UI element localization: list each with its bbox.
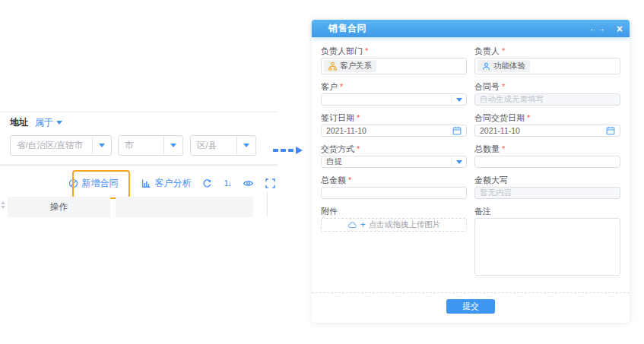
submit-button[interactable]: 提交 bbox=[446, 299, 495, 314]
fullscreen-icon[interactable] bbox=[265, 178, 275, 188]
total-amount-input[interactable] bbox=[326, 188, 462, 198]
contract-form: 负责人部门 * 客户关系 负责人 * bbox=[312, 37, 630, 276]
owner-tag-label: 功能体验 bbox=[493, 61, 525, 71]
eye-icon[interactable] bbox=[243, 178, 254, 188]
customer-label: 客户 bbox=[321, 82, 338, 91]
resize-horizontal-icon[interactable]: ←→ bbox=[589, 24, 606, 33]
total-quantity-field bbox=[474, 156, 620, 168]
delivery-date-value: 2021-11-10 bbox=[480, 126, 520, 135]
owner-label: 负责人 bbox=[474, 46, 500, 55]
divider bbox=[129, 178, 130, 188]
required-mark: * bbox=[348, 175, 351, 185]
field-amount-in-words: 金额大写 暂无内容 bbox=[474, 175, 620, 199]
contract-no-label: 合同号 bbox=[474, 82, 500, 91]
divider bbox=[0, 164, 278, 166]
delivery-method-select[interactable]: 自提 bbox=[321, 156, 467, 168]
modal-footer: 提交 bbox=[312, 293, 630, 323]
city-select[interactable]: 市 bbox=[118, 135, 183, 156]
refresh-icon[interactable] bbox=[202, 178, 212, 188]
field-contract-no: 合同号 * 自动生成无需填写 bbox=[474, 82, 620, 106]
chevron-down-icon bbox=[451, 94, 466, 105]
modal-header: 销售合同 ←→ × bbox=[312, 20, 630, 37]
field-department: 负责人部门 * 客户关系 bbox=[321, 46, 467, 74]
operation-column-label: 操作 bbox=[50, 200, 68, 213]
add-contract-label: 新增合同 bbox=[81, 177, 118, 190]
province-select-placeholder: 省/自治区/直辖市 bbox=[11, 140, 92, 151]
total-quantity-input[interactable] bbox=[480, 156, 615, 167]
customer-analysis-button[interactable]: 客户分析 bbox=[141, 177, 191, 190]
close-icon[interactable]: × bbox=[617, 24, 623, 34]
delivery-method-value: 自提 bbox=[322, 156, 451, 167]
sign-date-input[interactable]: 2021-11-10 bbox=[321, 125, 467, 137]
chevron-down-icon bbox=[451, 156, 466, 167]
remark-label: 备注 bbox=[474, 207, 491, 216]
delivery-method-label: 交货方式 bbox=[321, 144, 354, 153]
delivery-date-input[interactable]: 2021-11-10 bbox=[474, 125, 620, 137]
field-owner: 负责人 * 功能体验 bbox=[474, 46, 620, 74]
flow-arrow-icon bbox=[273, 147, 303, 154]
modal-title: 销售合同 bbox=[328, 22, 589, 35]
department-tag-label: 客户关系 bbox=[340, 61, 372, 71]
chevron-down-icon bbox=[163, 136, 182, 155]
owner-input[interactable]: 功能体验 bbox=[474, 58, 620, 74]
field-delivery-date: 合同交货日期 * 2021-11-10 bbox=[474, 113, 620, 137]
sales-contract-modal: 销售合同 ←→ × 负责人部门 * 客户关系 bbox=[312, 20, 630, 323]
cloud-upload-icon bbox=[347, 221, 357, 229]
calendar-icon bbox=[606, 126, 615, 135]
required-mark: * bbox=[502, 82, 505, 91]
add-contract-button[interactable]: 新增合同 bbox=[68, 177, 118, 190]
list-toolbar: 新增合同 客户分析 1↓ bbox=[0, 174, 275, 192]
field-delivery-method: 交货方式 * 自提 bbox=[321, 144, 467, 168]
province-select[interactable]: 省/自治区/直辖市 bbox=[10, 135, 112, 156]
customer-analysis-label: 客户分析 bbox=[154, 177, 191, 190]
required-mark: * bbox=[527, 113, 530, 122]
required-mark: * bbox=[502, 46, 505, 55]
customer-select[interactable] bbox=[321, 93, 467, 106]
amount-in-words-input: 暂无内容 bbox=[474, 187, 620, 199]
upload-hint-text: 点击或拖拽上传图片 bbox=[369, 219, 441, 230]
customer-list-panel: 地址 属于 省/自治区/直辖市 市 区/县 bbox=[0, 0, 304, 243]
upload-dropzone[interactable]: + 点击或拖拽上传图片 bbox=[321, 218, 467, 232]
district-select[interactable]: 区/县 bbox=[190, 135, 256, 156]
city-select-placeholder: 市 bbox=[119, 140, 163, 151]
sign-date-value: 2021-11-10 bbox=[326, 126, 366, 135]
field-total-amount: 总金额 * bbox=[321, 175, 467, 199]
required-mark: * bbox=[365, 46, 368, 55]
required-mark: * bbox=[357, 113, 360, 122]
department-input[interactable]: 客户关系 bbox=[321, 58, 467, 74]
chevron-down-icon bbox=[56, 121, 62, 125]
remark-textarea[interactable] bbox=[474, 218, 620, 276]
total-amount-label: 总金额 bbox=[321, 175, 346, 185]
required-mark: * bbox=[340, 82, 343, 91]
org-chart-icon bbox=[328, 62, 337, 71]
field-attachment: 附件 + 点击或拖拽上传图片 bbox=[321, 207, 467, 232]
person-icon bbox=[482, 62, 490, 71]
department-label: 负责人部门 bbox=[321, 46, 363, 55]
field-total-quantity: 总数量 * bbox=[474, 144, 620, 168]
table-header-row: 操作 bbox=[0, 197, 278, 217]
amount-in-words-label: 金额大写 bbox=[474, 175, 508, 185]
panel-edge-line bbox=[267, 191, 268, 217]
address-operator-label: 属于 bbox=[35, 116, 53, 129]
edit-pen-icon bbox=[68, 178, 78, 188]
total-amount-field bbox=[321, 187, 467, 199]
field-customer: 客户 * bbox=[321, 82, 467, 106]
sign-date-label: 签订日期 bbox=[321, 113, 354, 122]
table-header-empty bbox=[116, 197, 253, 217]
calendar-icon bbox=[452, 126, 462, 135]
delivery-date-label: 合同交货日期 bbox=[474, 113, 525, 122]
address-operator-dropdown[interactable]: 属于 bbox=[35, 116, 62, 129]
address-filter-row: 地址 属于 bbox=[10, 116, 62, 129]
required-mark: * bbox=[357, 144, 360, 153]
contract-no-placeholder: 自动生成无需填写 bbox=[480, 94, 544, 105]
attachment-label: 附件 bbox=[321, 207, 338, 216]
contract-no-input: 自动生成无需填写 bbox=[474, 93, 620, 106]
field-sign-date: 签订日期 * 2021-11-10 bbox=[321, 113, 467, 137]
table-header-operation: 操作 bbox=[8, 197, 110, 217]
sort-arrows-icon[interactable] bbox=[1, 201, 5, 209]
department-tag[interactable]: 客户关系 bbox=[324, 60, 376, 72]
sort-icon[interactable]: 1↓ bbox=[224, 178, 231, 188]
screen: 地址 属于 省/自治区/直辖市 市 区/县 bbox=[0, 0, 644, 344]
chevron-down-icon bbox=[92, 136, 111, 155]
owner-tag[interactable]: 功能体验 bbox=[477, 60, 530, 72]
